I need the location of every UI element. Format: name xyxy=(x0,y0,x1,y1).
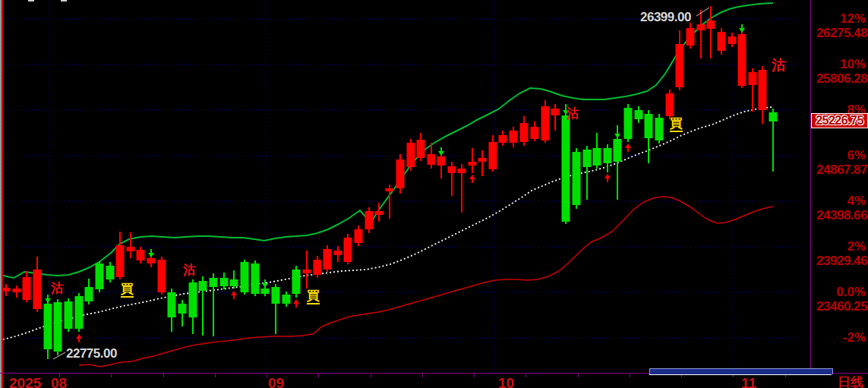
candle-body xyxy=(407,143,415,167)
buy-arrow-icon xyxy=(233,295,235,299)
candle-body xyxy=(386,188,394,191)
y-axis-price-label: 23929.46 xyxy=(816,254,867,267)
x-axis-label: 09 xyxy=(268,376,284,388)
candle-body xyxy=(541,106,550,140)
buy-arrow-icon xyxy=(78,339,80,342)
sell-arrow-icon xyxy=(741,24,743,28)
candle-body xyxy=(189,282,197,317)
x-axis-tick xyxy=(630,374,630,377)
timeframe-label[interactable]: 日线 xyxy=(838,376,863,388)
candle-body xyxy=(127,247,135,251)
low-price-pointer-line xyxy=(53,352,65,359)
sell-arrow-icon xyxy=(150,249,152,253)
candle-body xyxy=(44,304,52,349)
sell-signal-label: 沽 xyxy=(772,58,786,72)
sell-arrow-icon xyxy=(47,295,49,298)
candle-body xyxy=(375,211,383,215)
low-price-label: 22775.00 xyxy=(66,347,117,360)
candle-body xyxy=(759,70,767,110)
candle-body xyxy=(520,123,529,142)
candle-body xyxy=(147,258,156,263)
candle-body xyxy=(168,292,176,317)
chart-plot-area[interactable] xyxy=(0,0,811,375)
candle-body xyxy=(220,278,229,286)
candle-body xyxy=(116,245,125,277)
candle-body xyxy=(85,287,93,301)
x-axis-tick xyxy=(474,374,475,377)
sell-arrow-icon xyxy=(148,253,154,257)
candle-body xyxy=(499,135,507,143)
bollinger-lower-band xyxy=(79,197,773,367)
buy-arrow-icon xyxy=(604,174,611,178)
sell-arrow-icon xyxy=(262,283,268,288)
x-axis-tick xyxy=(215,374,216,377)
y-axis-pct-label: 4% xyxy=(847,194,866,207)
x-axis-tick xyxy=(318,374,319,377)
candle-body xyxy=(178,304,187,314)
bollinger-middle-band xyxy=(3,107,773,339)
x-axis-tick xyxy=(371,374,371,377)
candle-body xyxy=(551,109,560,115)
candle-body xyxy=(365,211,374,229)
buy-signal-label: 買 xyxy=(670,117,683,132)
candle-body xyxy=(324,249,332,270)
candle-body xyxy=(65,301,73,329)
sell-arrow-icon xyxy=(264,279,266,283)
sell-arrow-icon xyxy=(440,147,442,151)
high-price-pointer-line xyxy=(696,8,709,16)
buy-arrow-icon xyxy=(469,175,475,179)
candle-body xyxy=(738,34,746,86)
candle-body xyxy=(303,270,311,273)
candle-body xyxy=(355,229,363,243)
scrollbar-thumb[interactable] xyxy=(649,368,833,374)
candle-body xyxy=(624,108,633,139)
sell-arrow-icon xyxy=(614,134,620,138)
high-price-label: 26399.00 xyxy=(640,11,691,24)
top-edge-artifact xyxy=(28,0,34,2)
x-axis-tick xyxy=(163,374,164,377)
candle-body xyxy=(230,279,238,286)
buy-arrow-icon xyxy=(231,291,237,295)
buy-arrow-icon xyxy=(472,179,473,183)
candle-body xyxy=(137,250,145,260)
candle-body xyxy=(210,278,218,287)
candle-body xyxy=(282,295,291,304)
candle-body xyxy=(13,289,21,292)
y-axis-pct-label: 2% xyxy=(847,240,866,253)
candle-body xyxy=(697,24,705,30)
candle-body xyxy=(510,131,518,143)
candle-body xyxy=(344,238,352,262)
x-axis-tick xyxy=(59,374,60,377)
buy-arrow-icon xyxy=(76,334,82,339)
top-edge-artifact xyxy=(61,0,67,2)
x-axis-tick xyxy=(578,374,579,377)
buy-signal-label: 買 xyxy=(307,289,320,304)
sell-signal-label: 沽 xyxy=(567,107,579,120)
candle-body xyxy=(106,266,115,279)
candle-body xyxy=(158,260,166,292)
candle-body xyxy=(334,251,342,255)
sell-arrow-icon xyxy=(438,151,444,156)
candle-body xyxy=(2,288,11,292)
x-axis-label: 08 xyxy=(51,376,67,388)
buy-arrow-icon xyxy=(293,299,299,304)
sell-signal-label: 沽 xyxy=(183,263,196,276)
y-axis-pct-label: 10% xyxy=(840,58,866,71)
candle-body xyxy=(562,115,570,222)
y-axis-pct-label: 6% xyxy=(847,149,866,162)
candle-body xyxy=(645,114,653,138)
candle-body xyxy=(261,289,270,294)
x-axis-tick xyxy=(526,374,526,377)
candle-body xyxy=(573,152,581,205)
buy-arrow-icon xyxy=(607,178,608,182)
y-axis-price-label: 24867.87 xyxy=(816,163,867,176)
candle-body xyxy=(676,44,684,87)
candle-body xyxy=(33,270,42,309)
buy-signal-label: 買 xyxy=(121,282,134,298)
candle-body xyxy=(489,142,497,169)
buy-arrow-icon xyxy=(625,144,631,148)
candle-body xyxy=(199,281,207,291)
candle-body xyxy=(417,140,425,158)
candle-body xyxy=(241,262,249,292)
candle-body xyxy=(604,148,612,163)
